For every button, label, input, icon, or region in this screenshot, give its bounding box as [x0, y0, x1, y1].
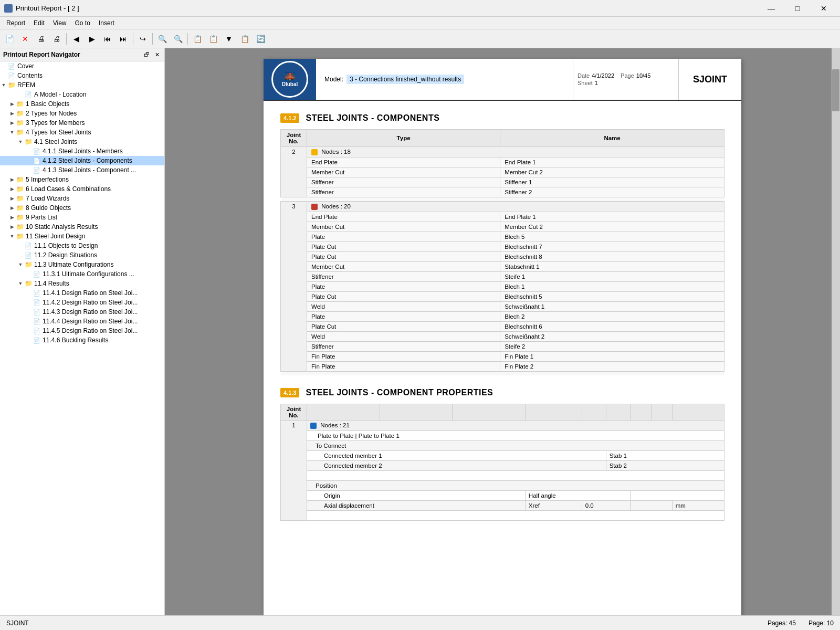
tree-item-guide-objects[interactable]: ▶📁8 Guide Objects [0, 203, 164, 213]
status-pages: Pages: 45 [768, 620, 796, 627]
menu-insert[interactable]: Insert [94, 18, 119, 28]
toolbar-prev[interactable]: ◀ [69, 32, 83, 46]
section-412-badge: 4.1.2 [280, 113, 299, 123]
toolbar-dropdown[interactable]: ▼ [222, 32, 236, 46]
date-label: Date [578, 72, 590, 79]
window-title: Printout Report - [ 2 ] [16, 4, 79, 12]
expand-icon-ult-config[interactable]: ▼ [17, 262, 24, 267]
tree-label-sj-comp-props: 4.1.3 Steel Joints - Component ... [43, 166, 136, 174]
row-type: End Plate [307, 212, 500, 222]
close-button[interactable]: ✕ [812, 0, 836, 17]
expand-icon-static-results[interactable]: ▶ [8, 224, 16, 229]
expand-icon-nodes[interactable]: ▶ [8, 111, 16, 116]
expand-icon-steel-joints[interactable]: ▼ [8, 130, 16, 135]
tree-item-ult-config-sub[interactable]: 📄11.3.1 Ultimate Configurations ... [0, 269, 164, 279]
tree-item-r2[interactable]: 📄11.4.2 Design Ratio on Steel Joi... [0, 298, 164, 307]
status-bar: SJOINT Pages: 45 Page: 10 [0, 615, 840, 630]
tree-item-nodes[interactable]: ▶📁2 Types for Nodes [0, 109, 164, 118]
row-type: End Plate [307, 157, 500, 167]
tree-item-r4[interactable]: 📄11.4.4 Design Ratio on Steel Joi... [0, 317, 164, 326]
toolbar-first[interactable]: ⏮ [100, 32, 115, 46]
tree-item-load-cases[interactable]: ▶📁6 Load Cases & Combinations [0, 184, 164, 194]
nav-float-button[interactable]: 🗗 [142, 50, 151, 59]
tree-item-rfem[interactable]: ▼📁RFEM [0, 80, 164, 90]
menu-view[interactable]: View [49, 18, 71, 28]
expand-icon-steel-design[interactable]: ▼ [8, 234, 16, 239]
toolbar-export[interactable]: 📋 [206, 32, 220, 46]
tree-item-basic[interactable]: ▶📁1 Basic Objects [0, 99, 164, 109]
scrollbar-thumb[interactable] [832, 69, 839, 111]
expand-icon-load-wizards[interactable]: ▶ [8, 196, 16, 201]
tree-item-r6[interactable]: 📄11.4.6 Buckling Results [0, 335, 164, 345]
tree-item-imperfections[interactable]: ▶📁5 Imperfections [0, 175, 164, 184]
section-413-title: STEEL JOINTS - COMPONENT PROPERTIES [306, 388, 493, 397]
toolbar-last[interactable]: ⏭ [116, 32, 131, 46]
status-app-name: SJOINT [6, 620, 29, 627]
expand-icon-parts-list[interactable]: ▶ [8, 215, 16, 220]
maximize-button[interactable]: □ [785, 0, 810, 17]
tree-item-r5[interactable]: 📄11.4.5 Design Ratio on Steel Joi... [0, 326, 164, 335]
expand-icon-members[interactable]: ▶ [8, 120, 16, 125]
tree-item-sj-comp-props[interactable]: 📄4.1.3 Steel Joints - Component ... [0, 165, 164, 175]
toolbar-zoom-in[interactable]: 🔍 [155, 32, 170, 46]
tree-item-steel-design[interactable]: ▼📁11 Steel Joint Design [0, 232, 164, 241]
folder-icon-guide-objects: 📁 [16, 204, 24, 212]
row-name: Fin Plate 2 [500, 361, 724, 371]
tree-label-contents: Contents [17, 72, 43, 79]
toolbar-close[interactable]: ✕ [18, 32, 33, 46]
folder-icon-parts-list: 📁 [16, 214, 24, 221]
tree-item-results[interactable]: ▼📁11.4 Results [0, 279, 164, 288]
tree-item-a-model[interactable]: 📄A Model - Location [0, 90, 164, 99]
tree-item-parts-list[interactable]: ▶📁9 Parts List [0, 213, 164, 222]
tree-item-ult-config[interactable]: ▼📁11.3 Ultimate Configurations [0, 260, 164, 269]
toolbar-refresh[interactable]: 🔄 [253, 32, 268, 46]
vertical-scrollbar[interactable] [832, 48, 840, 615]
tree-item-members[interactable]: ▶📁3 Types for Members [0, 118, 164, 128]
main-layout: Printout Report Navigator 🗗 ✕ 📄Cover📄Con… [0, 48, 840, 615]
tree-item-r1[interactable]: 📄11.4.1 Design Ratio on Steel Joi... [0, 288, 164, 298]
tree-item-r3[interactable]: 📄11.4.3 Design Ratio on Steel Joi... [0, 307, 164, 317]
tree-item-sj-members[interactable]: 📄4.1.1 Steel Joints - Members [0, 146, 164, 156]
expand-icon-rfem[interactable]: ▼ [0, 82, 7, 88]
menu-goto[interactable]: Go to [71, 18, 94, 28]
tree-item-steel-joints-sub[interactable]: ▼📁4.1 Steel Joints [0, 137, 164, 146]
toolbar-zoom-out[interactable]: 🔍 [171, 32, 185, 46]
tree-item-design-sit[interactable]: 📄11.2 Design Situations [0, 250, 164, 260]
tree-item-contents[interactable]: 📄Contents [0, 71, 164, 80]
row-type: Plate [307, 281, 500, 291]
tree-item-load-wizards[interactable]: ▶📁7 Load Wizards [0, 194, 164, 203]
tree-item-static-results[interactable]: ▶📁10 Static Analysis Results [0, 222, 164, 232]
tree-item-steel-joints[interactable]: ▼📁4 Types for Steel Joints [0, 128, 164, 137]
tree-item-cover[interactable]: 📄Cover [0, 61, 164, 71]
row-name: Blech 1 [500, 281, 724, 291]
model-label: Model: [324, 76, 343, 83]
toolbar-print[interactable]: 🖨 [34, 32, 48, 46]
props-col7 [606, 404, 630, 421]
table-row: Member Cut Member Cut 2 [281, 167, 724, 177]
toolbar-print2[interactable]: 🖨 [49, 32, 64, 46]
row-name: End Plate 1 [500, 157, 724, 167]
toolbar-nav[interactable]: ↪ [135, 32, 150, 46]
toolbar-new[interactable]: 📄 [2, 32, 17, 46]
toolbar-paste[interactable]: 📋 [237, 32, 252, 46]
menu-report[interactable]: Report [2, 18, 29, 28]
tree-item-objects-design[interactable]: 📄11.1 Objects to Design [0, 241, 164, 250]
expand-icon-results[interactable]: ▼ [17, 281, 24, 286]
tree-label-r4: 11.4.4 Design Ratio on Steel Joi... [43, 318, 138, 325]
toolbar-next[interactable]: ▶ [85, 32, 99, 46]
minimize-button[interactable]: — [759, 0, 783, 17]
navigator-title: Printout Report Navigator [3, 51, 80, 58]
expand-icon-basic[interactable]: ▶ [8, 101, 16, 107]
tree-item-sj-components[interactable]: 📄4.1.2 Steel Joints - Components [0, 156, 164, 165]
expand-icon-imperfections[interactable]: ▶ [8, 177, 16, 182]
expand-icon-load-cases[interactable]: ▶ [8, 186, 16, 192]
props-origin-label: Origin [307, 491, 526, 501]
props-empty3 [630, 501, 672, 511]
expand-icon-steel-joints-sub[interactable]: ▼ [17, 139, 24, 144]
expand-icon-guide-objects[interactable]: ▶ [8, 205, 16, 211]
nav-close-button[interactable]: ✕ [153, 50, 161, 59]
menu-edit[interactable]: Edit [29, 18, 49, 28]
table-row: End Plate End Plate 1 [281, 157, 724, 167]
content-area[interactable]: 🌉 Dlubal Model: 3 - Connections finished… [165, 48, 840, 615]
toolbar-copy[interactable]: 📋 [190, 32, 205, 46]
